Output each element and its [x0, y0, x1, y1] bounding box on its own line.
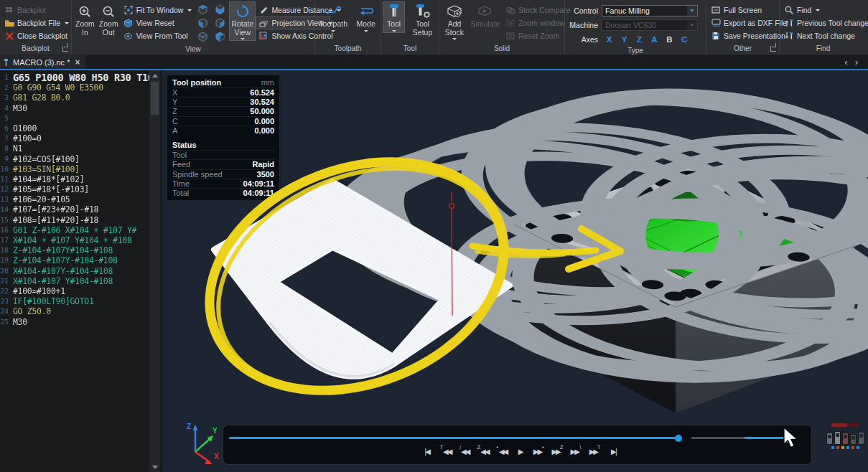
code-line[interactable]: 22 #100=#100+1: [0, 286, 146, 296]
dialog-launcher-icon[interactable]: [770, 46, 776, 52]
scroll-up-icon[interactable]: [149, 70, 160, 80]
control-select[interactable]: Fanuc Milling: [602, 5, 698, 16]
group-label-tool: Tool: [383, 44, 437, 55]
ribbon-group-backplot: Backplot Backplot File Close Backplot Ba…: [0, 0, 72, 55]
toolpath-button[interactable]: Toolpath: [317, 1, 350, 33]
code-line[interactable]: 10 #103=SIN[#100]: [0, 164, 146, 174]
rotate-view-button[interactable]: Rotate View: [229, 1, 256, 41]
view-from-tool-button[interactable]: View From Tool: [121, 29, 195, 42]
playback-button[interactable]: Z◀◀: [475, 443, 491, 459]
axis-toggle[interactable]: A: [647, 35, 662, 44]
line-number: 20: [0, 266, 13, 276]
playback-button[interactable]: ▶▶∖: [568, 443, 584, 459]
speed-slider-fill[interactable]: [745, 437, 788, 439]
simulate-icon: [477, 4, 493, 19]
tab-scroll-left-icon[interactable]: ‹: [844, 57, 847, 67]
code-line[interactable]: 19 Z-#104-#107Y-#104-#108: [0, 255, 146, 265]
axis-toggle[interactable]: Y: [617, 35, 632, 44]
view-back-icon[interactable]: [212, 31, 228, 43]
playback-button[interactable]: T◀◀: [437, 443, 454, 459]
code-line[interactable]: 25 M30: [0, 317, 146, 327]
speed-slider-track[interactable]: [691, 437, 745, 439]
group-label-backplot: Backplot: [1, 44, 70, 55]
toolpath-render: [214, 181, 510, 377]
view-left-icon[interactable]: [195, 17, 210, 29]
zoom-out-button[interactable]: Zoom Out: [97, 1, 121, 37]
playback-button[interactable]: ∕◀◀: [456, 443, 472, 459]
axis-toggle[interactable]: B: [662, 35, 677, 44]
view-top-icon[interactable]: [212, 4, 228, 16]
code-line[interactable]: 8 N1: [0, 143, 146, 154]
tab-macro-3-nc[interactable]: MACRO (3).nc * ×: [0, 55, 85, 69]
playback-button[interactable]: ▶: [512, 443, 528, 459]
simulation-viewport[interactable]: Tool positionmm X60.524Y30.524Z50.000C0.…: [162, 70, 868, 472]
code-line[interactable]: 15 #108=[#11+#20]-#18: [0, 215, 146, 225]
code-line[interactable]: 12 #105=#18*[-#103]: [0, 184, 146, 194]
code-line[interactable]: 3 G81 G28 B0.0: [0, 93, 146, 103]
tab-scroll-right-icon[interactable]: ›: [855, 57, 858, 67]
toolpath-mode-button[interactable]: Mode: [353, 1, 379, 33]
progress-slider[interactable]: [229, 437, 679, 439]
playback-button[interactable]: ▶▶T: [587, 443, 603, 459]
playback-button[interactable]: •◀◀: [493, 443, 510, 459]
editor-scrollbar[interactable]: [149, 70, 160, 472]
mascot-icon: [834, 431, 841, 445]
code-line[interactable]: 24 GO Z50.0: [0, 306, 146, 316]
view-front-icon[interactable]: [195, 31, 210, 43]
scroll-down-icon[interactable]: [149, 462, 160, 472]
view-right-icon[interactable]: [212, 17, 228, 29]
arrow-up-tool-icon: [784, 18, 794, 28]
find-button[interactable]: Find: [781, 4, 868, 16]
previous-tool-change-button[interactable]: Previous Tool change: [781, 16, 868, 29]
code-line[interactable]: 16 G01 Z-#106 X#104 + #107 Y#: [0, 225, 146, 235]
code-line[interactable]: 21 X#104-#107 Y#104-#108: [0, 276, 146, 286]
scrollbar-thumb[interactable]: [151, 82, 159, 115]
backplot-file-button[interactable]: Backplot File: [1, 16, 72, 29]
full-screen-button[interactable]: Full Screen: [708, 4, 790, 16]
save-presentation-button[interactable]: Save Presentation: [708, 29, 790, 42]
code-line[interactable]: 11 #104=#18*[#102]: [0, 174, 146, 184]
code-line[interactable]: 5: [0, 113, 146, 123]
playback-button[interactable]: ▶▶Z: [549, 443, 566, 459]
axis-position-rows: X60.524Y30.524Z50.000C0.000A0.000: [172, 87, 274, 135]
close-backplot-button[interactable]: Close Backplot: [1, 29, 72, 42]
machined-part: [514, 164, 855, 413]
next-tool-change-button[interactable]: Next Tool change: [781, 29, 868, 42]
tool-setup-button[interactable]: Tool Setup: [408, 1, 437, 37]
tool-button[interactable]: Tool: [383, 1, 405, 33]
code-line[interactable]: 23 IF[#100LT90]GOTO1: [0, 296, 146, 306]
code-line[interactable]: 14 #107=[#23+#20]-#18: [0, 204, 146, 214]
dialog-launcher-icon[interactable]: [62, 46, 68, 52]
fit-to-window-button[interactable]: Fit To Window: [121, 4, 195, 16]
tool-icon: [386, 4, 402, 19]
playback-button[interactable]: ▶|: [605, 443, 622, 459]
tab-close-icon[interactable]: ×: [73, 57, 81, 67]
export-dxf-button[interactable]: DXF Export as DXF File: [708, 16, 790, 29]
code-line[interactable]: 6 O1000: [0, 123, 146, 133]
cube-icon: [123, 18, 134, 28]
code-line[interactable]: 20 X#104-#107Y-#104-#108: [0, 266, 146, 276]
view-iso-icon[interactable]: [195, 4, 210, 16]
add-stock-button[interactable]: Add Stock: [441, 1, 468, 41]
backplot-button: Backplot: [1, 4, 72, 16]
playback-button[interactable]: ▶▶•: [531, 443, 547, 459]
code-line[interactable]: 7 #100=0: [0, 133, 146, 143]
code-line[interactable]: 9 #102=COS[#100]: [0, 154, 146, 164]
code-line[interactable]: 17 X#104 + #107 Y#104 + #108: [0, 235, 146, 245]
code-line[interactable]: 1 G65 P1000 W80 H50 R30 T10: [0, 72, 146, 82]
code-line[interactable]: 4 M30: [0, 103, 146, 113]
code-line[interactable]: 13 #106=20-#105: [0, 194, 146, 204]
close-icon: [4, 31, 14, 41]
zoom-in-button[interactable]: Zoom In: [73, 1, 97, 37]
progress-slider-handle[interactable]: [675, 435, 682, 442]
axis-toggle[interactable]: C: [677, 35, 692, 44]
axis-toggle[interactable]: Z: [632, 35, 647, 44]
code-line[interactable]: 2 G0 G90 G54 W0 E3500: [0, 82, 146, 93]
view-reset-button[interactable]: View Reset: [121, 16, 195, 29]
playback-button[interactable]: |◀: [419, 443, 435, 459]
code-line[interactable]: 18 Z-#104-#107Y#104-#108: [0, 245, 146, 255]
svg-text:DXF: DXF: [713, 24, 720, 28]
axis-toggle[interactable]: X: [602, 35, 617, 44]
speed-slider-handle[interactable]: [785, 433, 789, 443]
gcode-editor[interactable]: 1 G65 P1000 W80 H50 R30 T10 2 G0 G90 G54…: [0, 70, 162, 472]
